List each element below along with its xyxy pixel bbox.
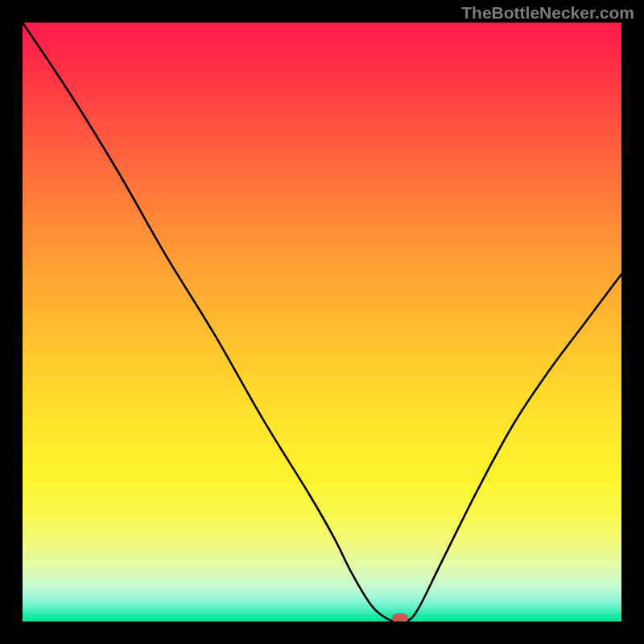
- plot-area: [23, 23, 621, 621]
- watermark-text: TheBottleNecker.com: [461, 3, 634, 23]
- optimal-marker: [392, 613, 408, 621]
- bottleneck-curve: [23, 23, 621, 621]
- chart-frame: TheBottleNecker.com: [0, 0, 644, 644]
